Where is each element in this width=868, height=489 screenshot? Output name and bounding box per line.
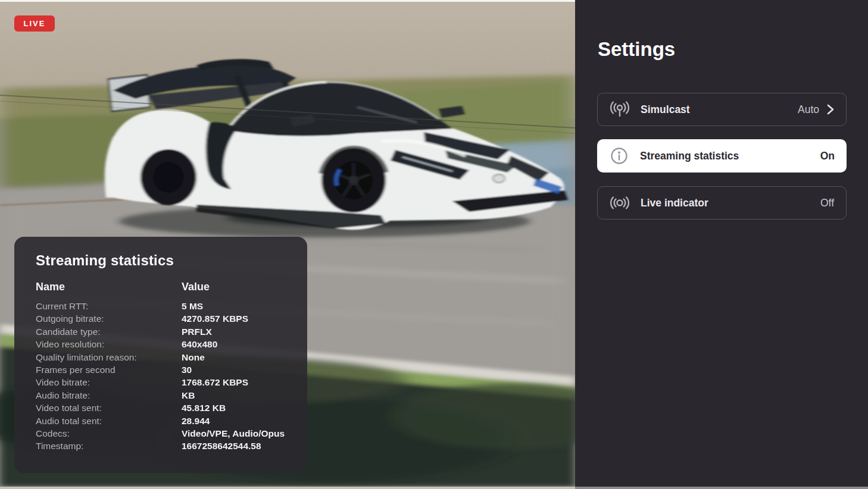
settings-item-live-indicator[interactable]: Live indicator Off: [597, 186, 847, 220]
stats-table-header: Name Value: [36, 281, 295, 293]
stat-name: Timestamp:: [36, 440, 182, 452]
stat-value: KB: [182, 389, 295, 402]
stat-value: 30: [182, 363, 295, 376]
stats-overlay-title: Streaming statistics: [36, 252, 295, 269]
stat-name: Video total sent:: [36, 402, 182, 414]
stats-table-body: Current RTT: 5 MS Outgoing bitrate: 4270…: [36, 300, 295, 453]
settings-title: Settings: [598, 38, 675, 61]
stat-value: None: [182, 351, 295, 363]
stat-name: Audio bitrate:: [36, 389, 182, 402]
stat-value: 45.812 KB: [182, 402, 295, 414]
settings-item-streaming-statistics[interactable]: Streaming statistics On: [597, 139, 847, 173]
stat-value: 28.944: [182, 415, 295, 427]
stat-value: PRFLX: [182, 325, 295, 338]
app-window: LIVE Streaming statistics Name Value Cur…: [0, 0, 868, 489]
stat-row: Codecs: Video/VPE, Audio/Opus: [36, 427, 295, 440]
stat-value: Video/VPE, Audio/Opus: [182, 427, 295, 440]
stat-name: Video bitrate:: [36, 376, 182, 388]
stat-value: 1768.672 KBPS: [182, 376, 295, 388]
stat-row: Video total sent: 45.812 KB: [36, 402, 295, 414]
bottom-edge-settings: [575, 487, 868, 489]
stat-row: Video bitrate: 1768.672 KBPS: [36, 376, 295, 388]
stat-row: Current RTT: 5 MS: [36, 300, 295, 312]
stat-row: Outgoing bitrate: 4270.857 KBPS: [36, 312, 295, 325]
settings-item-value: On: [820, 150, 835, 162]
stat-row: Frames per second 30: [36, 363, 295, 376]
live-badge: LIVE: [14, 15, 55, 32]
stat-name: Outgoing bitrate:: [36, 312, 182, 325]
stat-name: Quality limitation reason:: [36, 351, 182, 363]
settings-item-label: Live indicator: [641, 197, 820, 209]
live-video-player: LIVE Streaming statistics Name Value Cur…: [0, 0, 575, 487]
stat-value: 5 MS: [182, 300, 295, 312]
chevron-right-icon: [826, 104, 834, 115]
settings-item-value: Off: [820, 197, 834, 209]
stat-name: Codecs:: [36, 427, 182, 440]
live-indicator-icon: [610, 193, 630, 213]
stat-row: Audio bitrate: KB: [36, 389, 295, 402]
stat-value: 640x480: [182, 338, 295, 350]
stat-row: Video resolution: 640x480: [36, 338, 295, 350]
stat-value: 4270.857 KBPS: [182, 312, 295, 325]
stat-value: 1667258642544.58: [182, 440, 295, 452]
settings-item-value: Auto: [798, 104, 819, 116]
stat-name: Video resolution:: [36, 338, 182, 350]
stat-name: Audio total sent:: [36, 415, 182, 427]
settings-item-label: Streaming statistics: [640, 150, 820, 162]
stat-row: Quality limitation reason: None: [36, 351, 295, 363]
streaming-statistics-overlay: Streaming statistics Name Value Current …: [14, 237, 307, 473]
broadcast-icon: [610, 99, 630, 120]
stat-row: Timestamp: 1667258642544.58: [36, 440, 295, 452]
info-icon: [609, 146, 629, 166]
stat-name: Candidate type:: [36, 325, 182, 338]
settings-item-simulcast[interactable]: Simulcast Auto: [597, 93, 847, 126]
stats-col-name: Name: [36, 281, 182, 293]
settings-panel: Settings Simulcast Auto: [575, 0, 868, 487]
stat-name: Current RTT:: [36, 300, 182, 312]
bottom-edge: [0, 487, 868, 489]
bottom-edge-video: [0, 487, 575, 489]
stat-name: Frames per second: [36, 363, 182, 376]
settings-item-label: Simulcast: [641, 104, 798, 116]
stat-row: Audio total sent: 28.944: [36, 415, 295, 427]
stats-col-value: Value: [182, 281, 295, 293]
stat-row: Candidate type: PRFLX: [36, 325, 295, 338]
